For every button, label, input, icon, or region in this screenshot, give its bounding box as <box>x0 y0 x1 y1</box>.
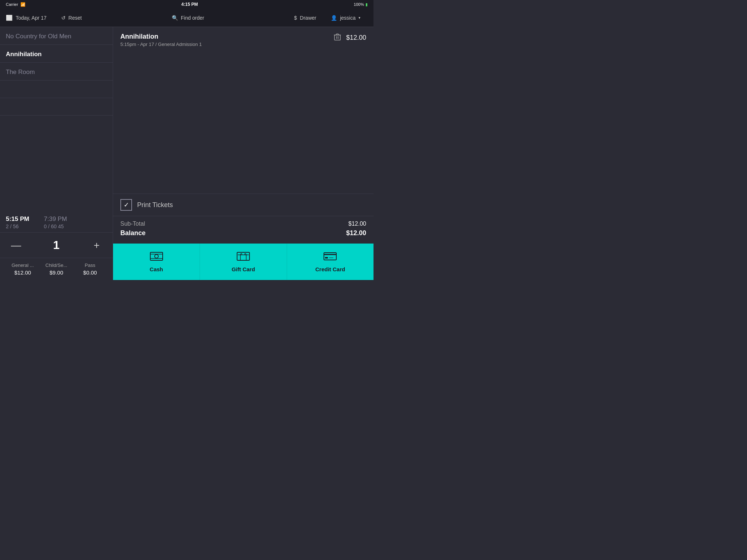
order-item-left: Annihilation 5:15pm - Apr 17 / General A… <box>120 33 202 47</box>
decrease-button[interactable]: — <box>9 240 23 251</box>
quantity-display: 1 <box>53 238 60 252</box>
dollar-icon: $ <box>294 15 297 21</box>
chevron-down-icon: ▾ <box>359 16 360 20</box>
order-item-row: Annihilation 5:15pm - Apr 17 / General A… <box>120 33 366 47</box>
svg-rect-0 <box>334 35 340 40</box>
movie-title: The Room <box>6 69 107 76</box>
status-left: Carrier 📶 <box>6 2 26 7</box>
list-item <box>0 98 113 116</box>
checkmark-icon: ✓ <box>124 201 129 209</box>
totals-section: Sub-Total $12.00 Balance $12.00 <box>113 216 374 244</box>
order-content: Annihilation 5:15pm - Apr 17 / General A… <box>113 27 374 194</box>
order-item-detail: 5:15pm - Apr 17 / General Admission 1 <box>120 42 202 47</box>
print-tickets-label: Print Tickets <box>137 201 173 209</box>
showtime-time-2: 7:39 PM <box>44 215 67 223</box>
find-order-label: Find order <box>181 15 204 21</box>
svg-rect-4 <box>324 253 336 260</box>
showtime-block-2[interactable]: 7:39 PM 0 / 60 45 <box>44 215 67 229</box>
reset-label: Reset <box>69 15 82 21</box>
svg-rect-6 <box>329 257 333 258</box>
subtotal-label: Sub-Total <box>120 221 145 227</box>
left-panel: No Country for Old Men Annihilation The … <box>0 27 113 280</box>
showtime-seats-2: 0 / 60 45 <box>44 223 67 229</box>
battery-icon: ▮ <box>365 2 368 7</box>
list-item[interactable]: The Room <box>0 63 113 81</box>
nav-drawer[interactable]: $ Drawer <box>287 9 324 27</box>
movie-list: No Country for Old Men Annihilation The … <box>0 27 113 210</box>
right-panel: Annihilation 5:15pm - Apr 17 / General A… <box>113 27 374 280</box>
showtime-row: 5:15 PM 2 / 56 7:39 PM 0 / 60 45 <box>0 210 113 232</box>
nav-find-order[interactable]: 🔍 Find order <box>165 9 212 27</box>
payment-gift-card[interactable]: Gift Card <box>200 244 287 280</box>
ticket-type-price-pass: $0.00 <box>73 269 107 276</box>
svg-point-2 <box>155 254 158 258</box>
carrier-label: Carrier <box>6 2 18 7</box>
payment-credit-card[interactable]: Credit Card <box>287 244 374 280</box>
subtotal-value: $12.00 <box>348 221 366 227</box>
user-label: jessica <box>340 15 356 21</box>
ticket-type-name-pass: Pass <box>73 262 107 268</box>
order-item-title: Annihilation <box>120 33 202 40</box>
movie-title: Annihilation <box>6 51 107 58</box>
reset-icon: ↺ <box>61 15 66 21</box>
ticket-type-price-general: $12.00 <box>6 269 39 276</box>
payment-cash[interactable]: Cash <box>113 244 200 280</box>
payment-bar: Cash Gift Card <box>113 244 374 280</box>
print-tickets-row: ✓ Print Tickets <box>113 194 374 216</box>
status-bar: Carrier 📶 4:15 PM 100% ▮ <box>0 0 374 9</box>
search-icon: 🔍 <box>172 15 178 21</box>
gift-card-icon <box>237 251 250 264</box>
order-item-price: $12.00 <box>346 34 366 42</box>
nav-date[interactable]: ⬜ Today, Apr 17 <box>6 9 54 27</box>
ticket-type-name-general: General ... <box>6 262 39 268</box>
balance-value: $12.00 <box>346 229 366 237</box>
nav-bar: ⬜ Today, Apr 17 ↺ Reset 🔍 Find order $ D… <box>0 9 374 27</box>
gift-card-label: Gift Card <box>232 266 255 272</box>
main-layout: No Country for Old Men Annihilation The … <box>0 27 374 280</box>
date-label: Today, Apr 17 <box>16 15 47 21</box>
list-item[interactable]: No Country for Old Men <box>0 27 113 45</box>
cash-label: Cash <box>150 266 163 272</box>
cash-icon <box>150 251 163 264</box>
list-item <box>0 81 113 98</box>
credit-card-label: Credit Card <box>315 266 345 272</box>
nav-user[interactable]: 👤 jessica ▾ <box>324 9 368 27</box>
print-tickets-checkbox[interactable]: ✓ <box>120 199 132 211</box>
increase-button[interactable]: + <box>89 240 104 251</box>
balance-row: Balance $12.00 <box>120 229 366 237</box>
subtotal-row: Sub-Total $12.00 <box>120 221 366 227</box>
balance-label: Balance <box>120 229 146 237</box>
svg-rect-3 <box>237 252 249 260</box>
status-right: 100% ▮ <box>354 2 368 7</box>
time-label: 4:15 PM <box>181 2 198 7</box>
ticket-type-name-child: Child/Se... <box>39 262 73 268</box>
quantity-bar: — 1 + <box>0 232 113 258</box>
ticket-type-child[interactable]: Child/Se... $9.00 <box>39 262 73 276</box>
movie-title: No Country for Old Men <box>6 33 107 40</box>
delete-item-button[interactable] <box>334 33 341 43</box>
user-icon: 👤 <box>331 15 337 21</box>
order-item-right: $12.00 <box>334 33 366 43</box>
showtime-block-1[interactable]: 5:15 PM 2 / 56 <box>6 215 29 229</box>
battery-label: 100% <box>354 2 364 7</box>
nav-reset[interactable]: ↺ Reset <box>54 9 89 27</box>
credit-card-icon <box>324 251 337 264</box>
svg-rect-5 <box>325 257 328 258</box>
wifi-icon: 📶 <box>20 2 26 7</box>
svg-rect-1 <box>150 252 163 260</box>
ticket-type-pass[interactable]: Pass $0.00 <box>73 262 107 276</box>
calendar-icon: ⬜ <box>6 15 13 21</box>
ticket-type-general[interactable]: General ... $12.00 <box>6 262 39 276</box>
ticket-type-price-child: $9.00 <box>39 269 73 276</box>
list-item[interactable]: Annihilation <box>0 45 113 63</box>
drawer-label: Drawer <box>300 15 316 21</box>
ticket-types: General ... $12.00 Child/Se... $9.00 Pas… <box>0 258 113 280</box>
showtime-seats-1: 2 / 56 <box>6 223 29 229</box>
showtime-time-1: 5:15 PM <box>6 215 29 223</box>
